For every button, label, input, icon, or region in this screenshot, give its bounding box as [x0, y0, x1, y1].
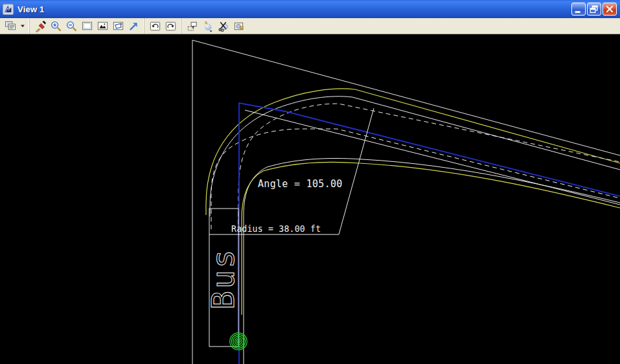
row-line-diagonal [192, 40, 620, 155]
window-area-icon[interactable] [79, 19, 95, 33]
clip-volume-icon[interactable] [215, 19, 231, 33]
pan-view-icon[interactable] [126, 19, 141, 33]
view-display-mode-icon[interactable] [200, 19, 215, 33]
centerline-dashed-upper [238, 104, 620, 224]
app-icon [3, 4, 14, 15]
view-window: View 1 [0, 0, 620, 364]
radius-label: Radius = 38.00 ft [231, 224, 321, 234]
window-title: View 1 [17, 5, 571, 14]
zoom-out-icon[interactable] [63, 19, 79, 33]
toolbar-group [144, 18, 179, 34]
rotate-view-icon[interactable] [110, 19, 126, 33]
close-button[interactable] [603, 3, 617, 16]
minimize-icon [572, 3, 585, 15]
tangent-line-white [245, 110, 620, 205]
clip-mask-icon[interactable] [231, 19, 246, 33]
fit-view-icon[interactable] [95, 19, 110, 33]
view-previous-icon[interactable] [147, 19, 163, 33]
update-view-icon[interactable] [32, 19, 48, 33]
view-toolbar [0, 18, 620, 34]
restore-button[interactable] [587, 3, 601, 16]
outer-edge-yellow [206, 89, 620, 215]
angle-label: Angle = 105.00 [258, 178, 343, 190]
window-controls [571, 3, 617, 16]
outer-edge-white [210, 97, 620, 216]
toolbar-group [181, 18, 247, 34]
restore-icon [588, 3, 601, 15]
view-attributes-dropdown[interactable] [18, 19, 27, 33]
copy-view-icon[interactable] [184, 19, 200, 33]
toolbar-group [1, 18, 28, 34]
zoom-in-icon[interactable] [48, 19, 63, 33]
titlebar: View 1 [0, 0, 620, 18]
minimize-button[interactable] [571, 3, 586, 16]
cad-drawing: Angle = 105.00 Radius = 38.00 ft Bus [0, 34, 620, 364]
drawing-canvas[interactable]: Angle = 105.00 Radius = 38.00 ft Bus [0, 34, 620, 364]
view-attributes-icon[interactable] [3, 19, 18, 33]
close-icon [603, 3, 616, 15]
view-next-icon[interactable] [163, 19, 178, 33]
toolbar-group [29, 18, 143, 34]
bus-lane-label: Bus [205, 247, 241, 310]
